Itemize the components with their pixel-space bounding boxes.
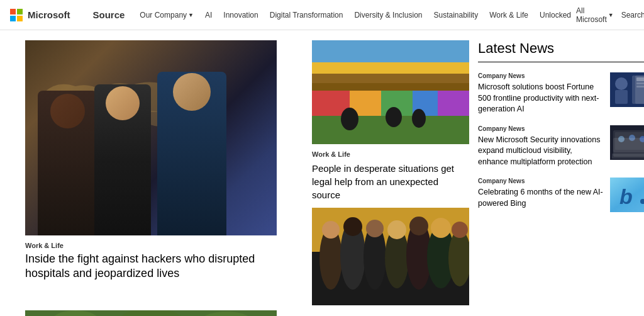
featured-tag: Work & Life <box>25 242 289 249</box>
latest-news-col: Latest News Company News Microsoft solut… <box>472 40 644 305</box>
bottom-article-image <box>25 310 277 316</box>
ms-logo-grid <box>10 9 23 21</box>
svg-rect-2 <box>312 74 469 83</box>
svg-point-22 <box>322 221 340 239</box>
group-photo-bg <box>312 208 469 305</box>
svg-rect-35 <box>615 90 628 104</box>
svg-rect-30 <box>635 76 644 104</box>
ms-dashboard-icon <box>610 72 644 107</box>
svg-rect-0 <box>312 40 469 62</box>
search-button[interactable]: Search <box>621 10 644 20</box>
svg-rect-43 <box>612 154 644 159</box>
svg-rect-31 <box>636 77 644 81</box>
news-tag-1: Company News <box>478 72 604 79</box>
latest-news-divider <box>478 62 644 62</box>
nav-diversity-inclusion[interactable]: Diversity & Inclusion <box>349 8 427 22</box>
featured-image-bg <box>25 40 277 235</box>
svg-point-27 <box>431 218 451 238</box>
featured-title[interactable]: Inside the fight against hackers who dis… <box>25 252 289 281</box>
svg-point-24 <box>366 220 384 237</box>
nav-digital-transformation[interactable]: Digital Transformation <box>265 8 348 22</box>
header-right: All Microsoft ▼ Search Cart 🛒 <box>576 6 644 24</box>
svg-point-28 <box>452 222 468 238</box>
news-item-1[interactable]: Company News Microsoft solutions boost F… <box>478 72 644 115</box>
main-nav: Our Company ▼ AI Innovation Digital Tran… <box>135 8 576 22</box>
chevron-down-icon: ▼ <box>188 12 194 18</box>
svg-rect-1 <box>312 62 469 74</box>
security-meeting-icon <box>610 125 644 160</box>
featured-article: Work & Life Inside the fight against hac… <box>25 40 302 305</box>
nav-unlocked[interactable]: Unlocked <box>535 8 576 22</box>
nav-work-life[interactable]: Work & Life <box>484 8 533 22</box>
svg-text:b: b <box>619 184 633 208</box>
news-item-3[interactable]: Company News Celebrating 6 months of the… <box>478 178 644 212</box>
microsoft-wordmark: Microsoft <box>28 9 70 20</box>
svg-point-11 <box>386 107 402 127</box>
latest-news-title: Latest News <box>478 40 644 57</box>
middle-top-title[interactable]: People in desperate situations get legal… <box>312 162 462 201</box>
all-ms-chevron-icon: ▼ <box>608 12 614 18</box>
main-content: Work & Life Inside the fight against hac… <box>0 30 644 305</box>
news-thumb-1 <box>610 72 644 107</box>
featured-image[interactable] <box>25 40 277 235</box>
news-thumb-2 <box>610 125 644 160</box>
svg-rect-8 <box>438 91 469 116</box>
svg-point-39 <box>618 136 625 142</box>
nav-innovation[interactable]: Innovation <box>218 8 263 22</box>
header: Microsoft Source Our Company ▼ AI Innova… <box>0 0 644 30</box>
bottom-article: Work . <box>25 305 277 316</box>
news-text-3: Company News Celebrating 6 months of the… <box>478 178 604 209</box>
middle-col: Peace Community <box>302 40 472 305</box>
source-label[interactable]: Source <box>93 9 125 20</box>
middle-bottom-image[interactable] <box>312 208 469 305</box>
bing-logo-icon: b <box>610 178 644 212</box>
svg-point-26 <box>409 217 428 235</box>
mural-art-icon <box>312 40 469 144</box>
svg-rect-3 <box>312 83 469 91</box>
middle-top-tag: Work & Life <box>312 150 462 158</box>
svg-point-25 <box>387 220 406 239</box>
svg-point-40 <box>629 135 635 141</box>
svg-point-34 <box>615 77 628 90</box>
mural-bg: Peace Community <box>312 40 469 144</box>
news-title-1: Microsoft solutions boost Fortune 500 fr… <box>478 82 604 115</box>
svg-rect-32 <box>636 82 644 84</box>
microsoft-logo[interactable]: Microsoft <box>10 9 70 21</box>
svg-point-12 <box>412 109 426 128</box>
bottom-strip: Work . <box>0 305 644 316</box>
nav-sustainability[interactable]: Sustainability <box>428 8 483 22</box>
news-title-2: New Microsoft Security innovations expan… <box>478 135 604 168</box>
news-tag-2: Company News <box>478 125 604 132</box>
group-people-icon <box>312 208 469 305</box>
people-group <box>25 70 277 236</box>
news-item-2[interactable]: Company News New Microsoft Security inno… <box>478 125 644 168</box>
svg-point-23 <box>343 217 362 236</box>
nav-our-company[interactable]: Our Company ▼ <box>135 8 199 22</box>
svg-rect-33 <box>636 86 644 87</box>
nav-ai[interactable]: AI <box>200 8 217 22</box>
svg-point-10 <box>341 108 358 130</box>
news-text-1: Company News Microsoft solutions boost F… <box>478 72 604 115</box>
all-microsoft-button[interactable]: All Microsoft ▼ <box>576 6 614 24</box>
news-text-2: Company News New Microsoft Security inno… <box>478 125 604 168</box>
news-title-3: Celebrating 6 months of the new AI-power… <box>478 187 604 209</box>
bottom-image[interactable] <box>25 310 277 316</box>
news-thumb-3: b <box>610 178 644 212</box>
news-tag-3: Company News <box>478 178 604 184</box>
svg-rect-38 <box>615 132 644 150</box>
middle-top-image[interactable]: Peace Community <box>312 40 469 144</box>
